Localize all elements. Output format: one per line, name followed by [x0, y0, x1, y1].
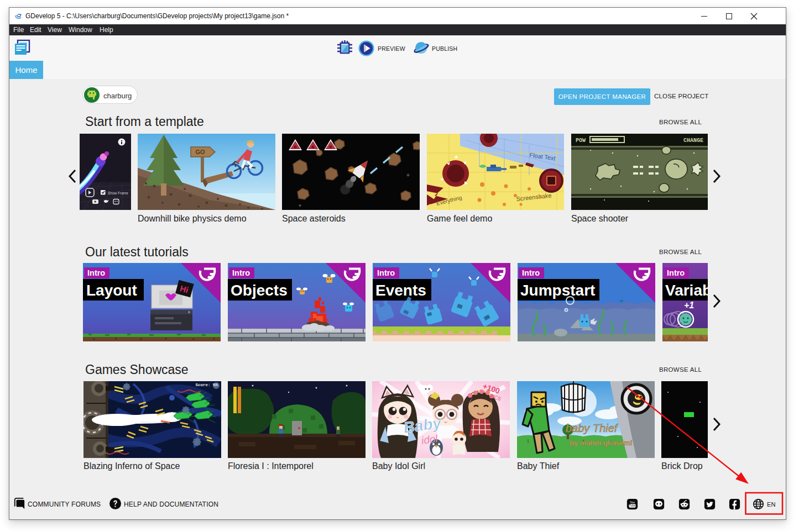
svg-text:You: You	[630, 501, 635, 504]
svg-text:Layout: Layout	[86, 282, 137, 299]
svg-text:by mahdi ghasemi: by mahdi ghasemi	[570, 439, 632, 447]
svg-text:Intro: Intro	[87, 268, 105, 277]
svg-text:Score: %%: Score: %%	[195, 383, 218, 387]
svg-text:baby Thief: baby Thief	[566, 422, 619, 434]
svg-text:Intro: Intro	[377, 268, 395, 277]
svg-text:CHANGE: CHANGE	[683, 138, 703, 144]
svg-text:Objects: Objects	[231, 282, 288, 299]
svg-text:Intro: Intro	[667, 268, 685, 277]
svg-text:Jumpstart: Jumpstart	[520, 282, 595, 299]
svg-text:Intro: Intro	[232, 268, 250, 277]
svg-text:POW: POW	[576, 138, 586, 144]
svg-text:idol: idol	[421, 433, 439, 446]
svg-text:Intro: Intro	[522, 268, 540, 277]
svg-text:GO: GO	[195, 149, 205, 155]
svg-text:Show Frame: Show Frame	[108, 191, 128, 195]
svg-text:Events: Events	[375, 282, 426, 299]
svg-text:Tube: Tube	[629, 504, 636, 507]
svg-text:Variab: Variab	[665, 282, 708, 299]
svg-text:+1: +1	[684, 301, 694, 310]
